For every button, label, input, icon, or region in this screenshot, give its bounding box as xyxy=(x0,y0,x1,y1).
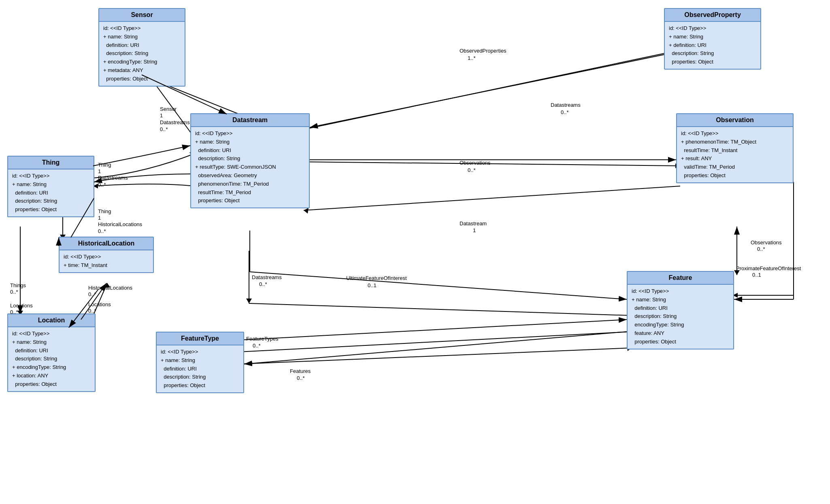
ft-field-3: description: String xyxy=(161,373,239,381)
historical-location-title: HistoricalLocation xyxy=(60,237,153,250)
obs-field-2: resultTime: TM_Instant xyxy=(681,146,789,155)
label-locations: Locations xyxy=(10,303,33,309)
op-field-3: description: String xyxy=(669,49,756,58)
datastream-body: id: <<ID Type>> + name: String definitio… xyxy=(191,127,309,208)
label-ultimate-foi-mult: 0..1 xyxy=(368,282,377,288)
label-features: Features xyxy=(290,368,311,374)
label-thing-hl-1: 1 xyxy=(98,215,101,221)
feature-class: Feature id: <<ID Type>> + name: String d… xyxy=(627,271,734,349)
ds-field-4: + resultType: SWE-CommonJSON xyxy=(195,163,305,172)
location-title: Location xyxy=(8,314,95,327)
label-thing-ds-1: 1 xyxy=(98,168,101,174)
label-ds-from-op: Datastreams xyxy=(551,102,581,108)
loc-field-1: + name: String xyxy=(12,338,91,347)
location-class: Location id: <<ID Type>> + name: String … xyxy=(7,313,96,392)
label-feature-types-mult: 0..* xyxy=(253,343,261,349)
feat-field-3: description: String xyxy=(632,312,729,321)
feat-field-1: + name: String xyxy=(632,296,729,304)
obs-field-0: id: <<ID Type>> xyxy=(681,129,789,138)
hl-field-1: + time: TM_Instant xyxy=(64,261,149,270)
thing-field-4: properties: Object xyxy=(12,205,89,214)
feature-title: Feature xyxy=(628,272,733,285)
label-feature-types: FeatureTypes xyxy=(246,336,279,342)
datastream-title: Datastream xyxy=(191,114,309,127)
feat-field-6: properties: Object xyxy=(632,338,729,346)
thing-field-2: definition: URI xyxy=(12,189,89,197)
svg-line-28 xyxy=(304,186,680,210)
label-op-mult: 1..* xyxy=(468,55,476,61)
label-sensor-ds: Datastreams xyxy=(160,119,190,125)
ds-field-1: + name: String xyxy=(195,138,305,146)
label-loc-from-hl-mult: 0..* xyxy=(88,308,96,314)
ft-field-4: properties: Object xyxy=(161,381,239,390)
label-hl-from-loc-mult: 0..* xyxy=(88,291,96,297)
ft-field-1: + name: String xyxy=(161,356,239,365)
observation-body: id: <<ID Type>> + phenomenonTime: TM_Obj… xyxy=(677,127,793,182)
observed-property-title: ObservedProperty xyxy=(665,9,760,22)
svg-line-42 xyxy=(244,320,627,340)
label-thing-ds-thing: Thing xyxy=(98,162,111,168)
svg-line-41 xyxy=(250,272,627,299)
label-loc-from-hl: Locations xyxy=(88,301,111,307)
label-ds-from-op-mult: 0..* xyxy=(561,109,569,115)
sensor-field-2: definition: URI xyxy=(103,41,181,50)
thing-field-1: + name: String xyxy=(12,180,89,189)
label-locations-mult: 0..* xyxy=(10,309,18,315)
ds-field-8: properties: Object xyxy=(195,197,305,205)
label-datastream-from-obs-1: 1 xyxy=(473,227,476,233)
hl-field-0: id: <<ID Type>> xyxy=(64,253,149,261)
label-thing-ds: Datastreams xyxy=(98,175,128,181)
svg-line-13 xyxy=(249,303,632,316)
feature-type-class: FeatureType id: <<ID Type>> + name: Stri… xyxy=(156,332,244,393)
label-obs-from-feat-mult: 0..* xyxy=(757,246,765,252)
ds-field-6: phenomenonTime: TM_Period xyxy=(195,180,305,188)
label-datastream-from-obs: Datastream xyxy=(460,220,487,227)
ft-field-2: definition: URI xyxy=(161,365,239,373)
location-body: id: <<ID Type>> + name: String definitio… xyxy=(8,327,95,391)
sensor-field-1: + name: String xyxy=(103,33,181,41)
historical-location-body: id: <<ID Type>> + time: TM_Instant xyxy=(60,250,153,272)
ds-field-7: resultTime: TM_Period xyxy=(195,188,305,197)
svg-marker-29 xyxy=(304,208,309,214)
label-thing-hl-thing: Thing xyxy=(98,208,111,214)
label-thing-hl: HistoricalLocations xyxy=(98,221,142,227)
label-things-mult: 0..* xyxy=(10,289,18,295)
observation-class: Observation id: <<ID Type>> + phenomenon… xyxy=(676,113,794,183)
label-features-mult: 0..* xyxy=(297,375,305,381)
svg-line-33 xyxy=(310,55,664,127)
thing-class: Thing id: <<ID Type>> + name: String def… xyxy=(7,156,94,217)
svg-marker-12 xyxy=(246,299,252,303)
label-observed-properties: ObservedProperties xyxy=(460,48,507,54)
label-sensor: Sensor xyxy=(160,106,177,112)
label-thing-ds-mult: 0..* xyxy=(98,182,106,188)
feat-field-2: definition: URI xyxy=(632,304,729,313)
observation-title: Observation xyxy=(677,114,793,127)
loc-field-6: properties: Object xyxy=(12,380,91,389)
feat-field-5: feature: ANY xyxy=(632,329,729,338)
label-sensor-1: 1 xyxy=(160,112,163,119)
observed-property-class: ObservedProperty id: <<ID Type>> + name:… xyxy=(664,8,761,70)
diagram-container: Sensor id: <<ID Type>> + name: String de… xyxy=(0,0,830,504)
loc-field-3: description: String xyxy=(12,355,91,363)
feature-type-body: id: <<ID Type>> + name: String definitio… xyxy=(157,345,243,392)
svg-line-17 xyxy=(239,348,632,364)
sensor-field-6: properties: Object xyxy=(103,75,181,83)
datastream-class: Datastream id: <<ID Type>> + name: Strin… xyxy=(190,113,310,208)
obs-field-4: validTime: TM_Period xyxy=(681,163,789,172)
ds-field-2: definition: URI xyxy=(195,146,305,155)
ds-field-0: id: <<ID Type>> xyxy=(195,129,305,138)
sensor-field-4: + encodingType: String xyxy=(103,58,181,66)
label-ds-vertical: Datastreams xyxy=(252,274,282,280)
observed-property-body: id: <<ID Type>> + name: String + definit… xyxy=(665,22,760,69)
label-ultimate-foi: UltimateFeatureOfInterest xyxy=(346,275,407,281)
sensor-field-5: + metadata: ANY xyxy=(103,66,181,75)
op-field-4: properties: Object xyxy=(669,58,756,66)
op-field-1: + name: String xyxy=(669,33,756,41)
feature-body: id: <<ID Type>> + name: String definitio… xyxy=(628,285,733,349)
svg-line-43 xyxy=(244,332,627,364)
loc-field-5: + location: ANY xyxy=(12,372,91,380)
thing-field-3: description: String xyxy=(12,197,89,205)
sensor-body: id: <<ID Type>> + name: String definitio… xyxy=(99,22,185,86)
label-things: Things xyxy=(10,282,26,288)
svg-line-15 xyxy=(239,332,632,352)
